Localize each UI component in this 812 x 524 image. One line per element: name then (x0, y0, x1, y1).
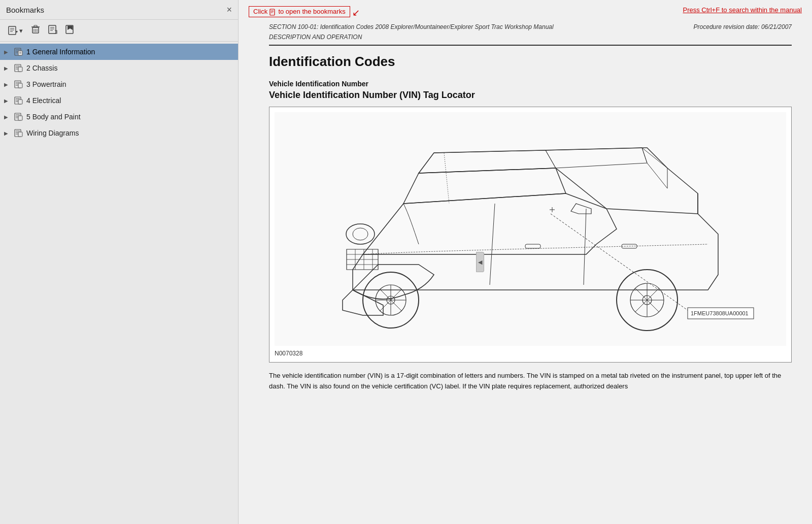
svg-rect-7 (34, 25, 37, 27)
bookmark-list: ▶ 1 General Information ▶ (0, 42, 238, 524)
car-diagram-svg: 1FMEU73808UA00001 (275, 112, 786, 346)
bookmarks-panel-icon (269, 9, 277, 16)
sidebar-item-body-paint[interactable]: ▶ 5 Body and Paint (0, 109, 238, 125)
body-text-vin-description: The vehicle identification number (VIN) … (269, 371, 792, 392)
chevron-icon: ▶ (4, 82, 11, 87)
svg-rect-38 (18, 100, 22, 104)
diagram-caption: N0070328 (275, 350, 786, 357)
new-bookmark-icon (8, 26, 18, 35)
sidebar-item-general-information[interactable]: ▶ 1 General Information (0, 44, 238, 60)
bookmark-page-button[interactable] (62, 23, 78, 38)
search-hint: Press Ctrl+F to search within the manual (683, 6, 802, 14)
meta-date: Procedure revision date: 06/21/2007 (694, 22, 792, 31)
collapse-sidebar-handle[interactable]: ◀ (476, 252, 484, 272)
vin-diagram-box: 1FMEU73808UA00001 N0070328 (269, 107, 792, 363)
hint-open-text: to open the bookmarks (278, 8, 345, 15)
svg-rect-48 (18, 132, 22, 137)
subsection-1-label: Vehicle Identification Number (269, 80, 792, 88)
chevron-icon: ▶ (4, 98, 11, 104)
hint-click-text: Click (253, 8, 269, 15)
tag-icon (48, 25, 57, 34)
hint-left: Click to open the bookmarks ↙ (249, 6, 360, 18)
section-icon (13, 96, 24, 105)
sidebar-item-label: 3 Powertrain (26, 80, 66, 88)
open-bookmarks-hint: Click to open the bookmarks (249, 6, 350, 17)
page-title: Identification Codes (269, 54, 792, 70)
sidebar-item-wiring-diagrams[interactable]: ▶ Wiring Diagrams (0, 125, 238, 141)
main-content: Click to open the bookmarks ↙ Press Ctrl… (239, 0, 812, 524)
bookmark-page-icon (65, 25, 75, 34)
sidebar-item-label: 2 Chassis (26, 64, 57, 72)
delete-bookmark-button[interactable] (28, 23, 43, 38)
chevron-icon: ▶ (4, 49, 11, 55)
sidebar-header: Bookmarks × (0, 0, 238, 20)
section-icon (13, 80, 24, 89)
sidebar-item-electrical[interactable]: ▶ 4 Electrical (0, 92, 238, 109)
tag-button[interactable] (45, 23, 60, 38)
sidebar-item-label: Wiring Diagrams (26, 129, 79, 137)
bookmark-toolbar: ▾ (0, 20, 238, 42)
document-content: SECTION 100-01: Identification Codes 200… (239, 22, 812, 524)
sidebar: Bookmarks × ▾ (0, 0, 239, 524)
svg-text:1FMEU73808UA00001: 1FMEU73808UA00001 (691, 310, 749, 316)
svg-rect-21 (18, 51, 22, 55)
svg-rect-11 (49, 25, 56, 34)
section-icon (13, 128, 24, 138)
dropdown-arrow: ▾ (19, 27, 23, 35)
hints-bar: Click to open the bookmarks ↙ Press Ctrl… (239, 0, 812, 22)
svg-rect-0 (9, 26, 16, 35)
sidebar-item-powertrain[interactable]: ▶ 3 Powertrain (0, 76, 238, 92)
hint-arrow-icon: ↙ (352, 7, 360, 18)
section-meta-block: SECTION 100-01: Identification Codes 200… (269, 22, 792, 42)
svg-rect-49 (270, 9, 275, 15)
chevron-icon: ▶ (4, 66, 11, 71)
section-icon (13, 112, 24, 121)
sidebar-item-label: 5 Body and Paint (26, 113, 81, 121)
sidebar-item-label: 4 Electrical (26, 96, 61, 105)
section-divider (269, 45, 792, 46)
svg-marker-16 (67, 26, 73, 30)
svg-rect-33 (18, 83, 22, 88)
meta-line2: DESCRIPTION AND OPERATION (269, 32, 792, 42)
svg-rect-28 (18, 67, 22, 72)
chevron-icon: ▶ (4, 130, 11, 136)
section-icon (13, 47, 24, 56)
svg-rect-43 (18, 116, 22, 120)
close-button[interactable]: × (226, 5, 232, 14)
sidebar-item-label: 1 General Information (26, 48, 95, 56)
chevron-icon: ▶ (4, 114, 11, 120)
sidebar-title: Bookmarks (6, 6, 44, 14)
new-bookmark-dropdown[interactable]: ▾ (5, 24, 26, 37)
subsection-2-label: Vehicle Identification Number (VIN) Tag … (269, 90, 792, 101)
sidebar-item-chassis[interactable]: ▶ 2 Chassis (0, 60, 238, 76)
section-icon (13, 63, 24, 73)
meta-line1: SECTION 100-01: Identification Codes 200… (269, 22, 792, 31)
delete-icon (31, 25, 40, 34)
